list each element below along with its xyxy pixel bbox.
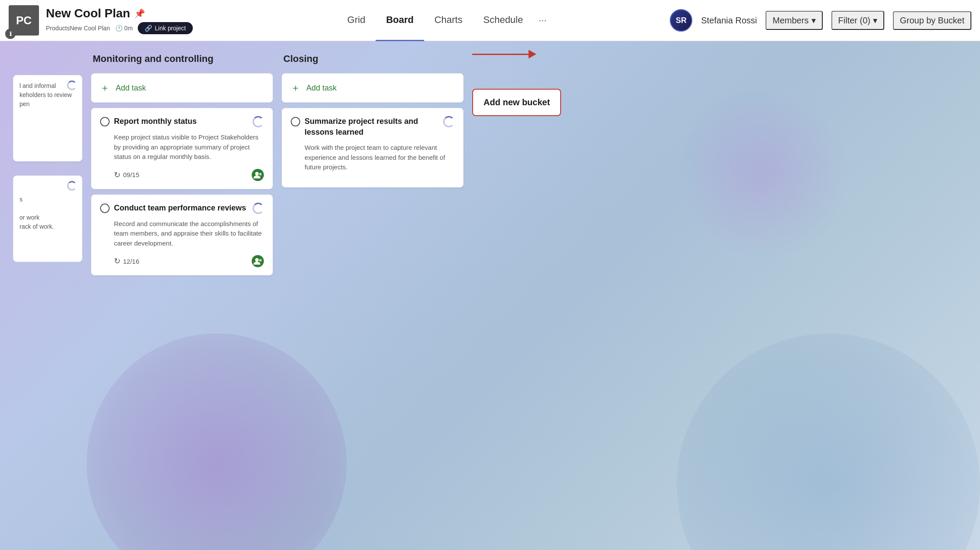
- members-button[interactable]: Members ▾: [766, 11, 822, 30]
- svg-point-1: [259, 173, 262, 175]
- date-value-2: 12/16: [123, 258, 140, 265]
- svg-point-0: [255, 172, 259, 175]
- tab-schedule[interactable]: Schedule: [473, 0, 533, 41]
- task-checkbox-2[interactable]: [100, 204, 110, 213]
- date-value: 09/15: [123, 171, 140, 178]
- task-card-header-3: Summarize project results and lessons le…: [291, 116, 454, 138]
- arrow-head: [529, 50, 536, 58]
- task-title-row: Report monthly status: [100, 116, 253, 127]
- topbar: PC ℹ New Cool Plan 📌 ProductsNew Cool Pl…: [0, 0, 980, 41]
- link-icon: 🔗: [145, 25, 152, 32]
- column-header-monitoring: Monitoring and controlling: [91, 50, 273, 68]
- list-item: l and informalkeholders to reviewpen: [13, 75, 82, 162]
- filter-label: Filter (0): [838, 16, 870, 26]
- task-card-header: Report monthly status: [100, 116, 264, 127]
- task-card-header-2: Conduct team performance reviews: [100, 203, 264, 214]
- task-progress-icon: [253, 116, 264, 127]
- task-description-3: Work with the project team to capture re…: [305, 143, 454, 172]
- task-title-row-2: Conduct team performance reviews: [100, 203, 253, 214]
- info-badge: ℹ: [5, 29, 16, 39]
- project-info: New Cool Plan 📌 ProductsNew Cool Plan 🕐 …: [46, 6, 193, 34]
- app-logo: PC ℹ: [9, 5, 39, 36]
- add-task-button-monitoring[interactable]: ＋ Add task: [91, 73, 273, 103]
- task-assignee-icon-2: [252, 255, 264, 267]
- link-project-label: Link project: [155, 25, 186, 32]
- link-project-button[interactable]: 🔗 Link project: [138, 22, 193, 34]
- user-avatar: SR: [670, 9, 692, 32]
- nav-more-button[interactable]: ···: [533, 0, 552, 41]
- nav-tabs: Grid Board Charts Schedule ···: [219, 0, 670, 41]
- task-date: ↻ 09/15: [114, 170, 140, 180]
- tab-board[interactable]: Board: [376, 0, 424, 41]
- add-task-label-closing: Add task: [306, 84, 337, 93]
- add-new-bucket-button[interactable]: Add new bucket: [472, 89, 561, 116]
- project-breadcrumb: ProductsNew Cool Plan: [46, 25, 110, 32]
- column-header-closing: Closing: [282, 50, 464, 68]
- members-label: Members: [772, 16, 808, 26]
- tab-charts[interactable]: Charts: [424, 0, 473, 41]
- header-right: SR Stefania Rossi Members ▾ Filter (0) ▾…: [670, 9, 971, 32]
- pin-icon[interactable]: 📌: [134, 8, 145, 19]
- task-title-3: Summarize project results and lessons le…: [305, 116, 443, 138]
- partial-col-header-spacer: [13, 50, 82, 70]
- task-footer-2: ↻ 12/16: [114, 255, 264, 267]
- task-date-2: ↻ 12/16: [114, 256, 140, 266]
- task-assignee-icon: [252, 169, 264, 181]
- add-task-button-closing[interactable]: ＋ Add task: [282, 73, 464, 103]
- svg-point-2: [255, 258, 259, 262]
- clock-icon: 🕐: [115, 25, 123, 32]
- task-card-report-monthly: Report monthly status Keep project statu…: [91, 108, 273, 189]
- chevron-down-icon-filter: ▾: [873, 15, 877, 26]
- time-value: 0m: [124, 25, 133, 32]
- task-title: Report monthly status: [114, 116, 197, 127]
- logo-text: PC: [16, 14, 32, 27]
- board-area: l and informalkeholders to reviewpen sor…: [0, 41, 980, 550]
- task-title-2: Conduct team performance reviews: [114, 203, 246, 214]
- recycle-icon-2: ↻: [114, 256, 120, 266]
- plus-icon: ＋: [100, 81, 110, 94]
- arrow-annotation: [472, 50, 536, 58]
- recycle-icon: ↻: [114, 170, 120, 180]
- project-title: New Cool Plan: [46, 6, 130, 20]
- task-progress-icon-2: [253, 203, 264, 214]
- group-by-button[interactable]: Group by Bucket: [893, 11, 971, 30]
- chevron-down-icon: ▾: [811, 15, 816, 26]
- user-name: Stefania Rossi: [701, 16, 757, 26]
- partial-text-2: sor workrack of work.: [19, 195, 76, 231]
- task-checkbox[interactable]: [100, 117, 110, 126]
- project-title-row: New Cool Plan 📌: [46, 6, 193, 20]
- column-closing: Closing ＋ Add task Summarize project res…: [282, 50, 464, 188]
- task-description-2: Record and communicate the accomplishmen…: [114, 219, 264, 249]
- task-card-performance-reviews: Conduct team performance reviews Record …: [91, 194, 273, 276]
- task-progress-icon-3: [443, 116, 454, 127]
- task-title-row-3: Summarize project results and lessons le…: [291, 116, 443, 138]
- spinner-icon: [67, 181, 77, 191]
- tab-grid[interactable]: Grid: [337, 0, 376, 41]
- group-by-label: Group by Bucket: [900, 16, 964, 26]
- task-checkbox-3[interactable]: [291, 117, 300, 126]
- filter-button[interactable]: Filter (0) ▾: [831, 11, 884, 30]
- list-item: sor workrack of work.: [13, 175, 82, 262]
- add-task-label: Add task: [116, 84, 146, 93]
- task-card-summarize: Summarize project results and lessons le…: [282, 108, 464, 188]
- spinner-icon: [67, 81, 77, 90]
- project-time: 🕐 0m: [115, 25, 133, 32]
- task-footer: ↻ 09/15: [114, 169, 264, 181]
- plus-icon-closing: ＋: [291, 81, 300, 94]
- task-description: Keep project status visible to Project S…: [114, 133, 264, 162]
- partial-column-left: l and informalkeholders to reviewpen sor…: [13, 50, 82, 262]
- svg-point-3: [259, 259, 262, 262]
- add-bucket-area: Add new bucket: [472, 50, 561, 116]
- project-meta: ProductsNew Cool Plan 🕐 0m 🔗 Link projec…: [46, 22, 193, 34]
- arrow-line: [472, 54, 529, 55]
- column-monitoring: Monitoring and controlling ＋ Add task Re…: [91, 50, 273, 275]
